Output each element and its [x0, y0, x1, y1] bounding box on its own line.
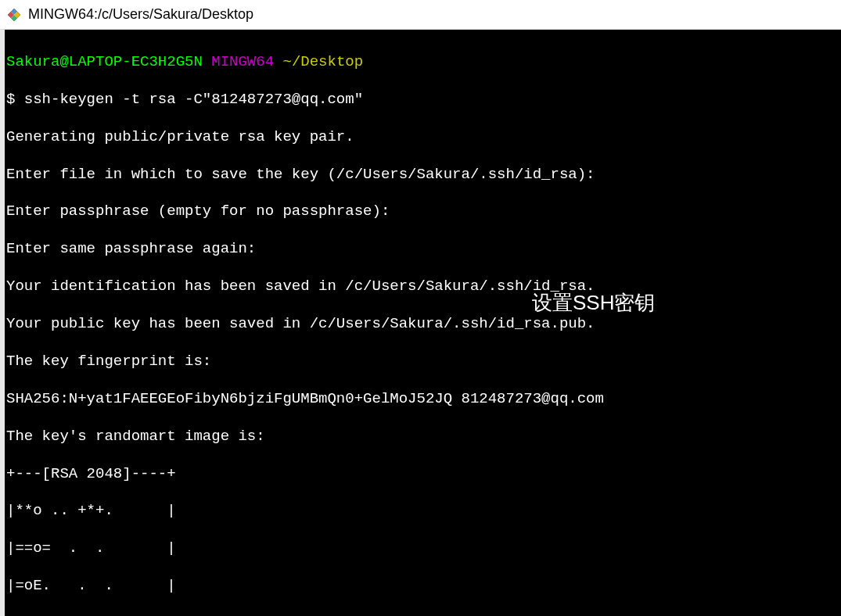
command-line: $ ssh-keygen -t rsa -C"812487273@qq.com" — [6, 91, 835, 109]
titlebar[interactable]: MINGW64:/c/Users/Sakura/Desktop — [0, 0, 841, 30]
output-line: Your identification has been saved in /c… — [6, 278, 835, 296]
annotation-label: 设置SSH密钥 — [532, 290, 655, 316]
output-line: SHA256:N+yat1FAEEGEoFibyN6bjziFgUMBmQn0+… — [6, 390, 835, 409]
output-line: Your public key has been saved in /c/Use… — [6, 315, 835, 334]
prompt-mingw: MINGW64 — [211, 53, 274, 70]
output-line: The key's randomart image is: — [6, 428, 835, 446]
prompt-line: Sakura@LAPTOP-EC3H2G5N MINGW64 ~/Desktop — [6, 53, 835, 72]
terminal-window: MINGW64:/c/Users/Sakura/Desktop Sakura@L… — [0, 0, 841, 616]
output-line: Generating public/private rsa key pair. — [6, 128, 835, 147]
prompt-user: Sakura@LAPTOP-EC3H2G5N — [6, 53, 203, 70]
randomart-line: |**o .. +*+. | — [6, 502, 835, 521]
randomart-line: +---[RSA 2048]----+ — [6, 465, 835, 484]
randomart-line: |=oE. . . | — [6, 577, 835, 596]
window-title: MINGW64:/c/Users/Sakura/Desktop — [28, 6, 253, 23]
left-gutter — [0, 30, 5, 616]
output-line: Enter same passphrase again: — [6, 240, 835, 259]
output-line: Enter passphrase (empty for no passphras… — [6, 202, 835, 221]
terminal-body[interactable]: Sakura@LAPTOP-EC3H2G5N MINGW64 ~/Desktop… — [0, 30, 841, 616]
prompt-path: ~/Desktop — [282, 53, 363, 70]
randomart-line: |==o= . . | — [6, 539, 835, 558]
mingw-icon — [6, 7, 22, 23]
output-line: Enter file in which to save the key (/c/… — [6, 166, 835, 184]
output-line: The key fingerprint is: — [6, 353, 835, 371]
